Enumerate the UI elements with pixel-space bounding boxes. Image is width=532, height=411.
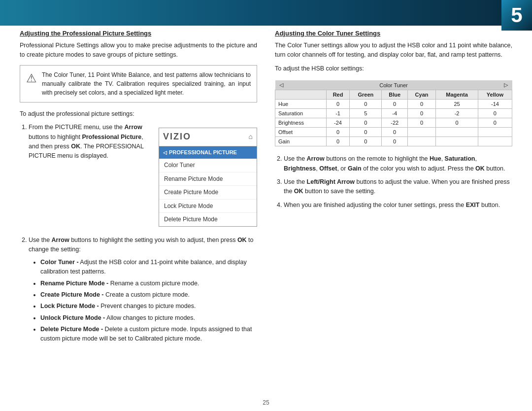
row1-yellow: 0 (478, 109, 512, 118)
table-row: Brightness -24 0 -22 0 0 0 (275, 118, 512, 128)
step1-bold1: Arrow (125, 124, 142, 131)
row1-blue: -4 (382, 109, 407, 118)
left-step-2: Use the Arrow buttons to highlight the s… (29, 236, 257, 344)
row3-red: 0 (326, 128, 350, 137)
row4-magenta (436, 137, 478, 146)
left-step-1: From the PICTURE menu, use the Arrow but… (29, 123, 257, 232)
row4-yellow (478, 137, 512, 146)
right-column: Adjusting the Color Tuner Settings The C… (275, 30, 512, 348)
row0-cyan: 0 (407, 100, 435, 109)
row2-red: -24 (326, 118, 350, 128)
rstep3-t1: Use the (284, 178, 307, 185)
step2-bold1: Arrow (52, 237, 69, 243)
right-heading: Adjusting the Color Tuner Settings (275, 30, 512, 37)
rstep3-t3: button to save the setting. (303, 188, 376, 195)
rstep2-t1: Use the (284, 155, 307, 162)
vizio-item-0: Color Tuner (159, 159, 257, 172)
rstep4-t2: button. (479, 202, 500, 208)
bullet-item-1: Rename Picture Mode - Rename a custom pi… (40, 279, 257, 288)
col-header-green: Green (350, 90, 382, 100)
rstep3-b1: Left/Right Arrow (307, 178, 355, 185)
table-header-row: Red Green Blue Cyan Magenta Yellow (275, 90, 512, 100)
row2-label: Brightness (275, 118, 327, 128)
col-header-label (275, 90, 327, 100)
rstep2-b7: OK (475, 165, 485, 172)
adjust-intro: To adjust the professional picture setti… (20, 109, 257, 119)
warning-icon: ⚠ (26, 71, 37, 97)
rstep3-b2: OK (294, 188, 303, 195)
row4-blue: 0 (382, 137, 407, 146)
warning-text: The Color Tuner, 11 Point White Balance,… (42, 70, 251, 97)
row1-red: -1 (326, 109, 350, 118)
bullet-item-4: Unlock Picture Mode - Allow changes to p… (40, 313, 257, 323)
vizio-arrow-left: ◁ (163, 149, 167, 157)
rstep2-t3: , (441, 155, 445, 162)
table-row: Gain 0 0 0 (275, 137, 512, 146)
bullet-list: Color Tuner - Adjust the HSB color and 1… (29, 258, 257, 344)
color-tuner-table: ◁ Color Tuner ▷ Red Green Blue Cyan (275, 80, 512, 146)
bullet-bold-1: Rename Picture Mode - (40, 280, 108, 287)
bullet-item-3: Lock Picture Mode - Prevent changes to p… (40, 302, 257, 311)
right-step-2: Use the Arrow buttons on the remote to h… (284, 154, 512, 173)
row2-magenta: 0 (436, 118, 478, 128)
row1-green: 5 (350, 109, 382, 118)
row1-cyan: 0 (407, 109, 435, 118)
right-intro: The Color Tuner settings allow you to ad… (275, 41, 512, 60)
row2-blue: -22 (382, 118, 407, 128)
left-steps-list: From the PICTURE menu, use the Arrow but… (20, 123, 257, 344)
row1-magenta: -2 (436, 109, 478, 118)
vizio-menu: VIZIO ⌂ ◁ PROFESSIONAL PICTURE Color Tun… (159, 128, 257, 227)
color-tuner-table-wrapper: ◁ Color Tuner ▷ Red Green Blue Cyan (275, 80, 512, 146)
table-row: Hue 0 0 0 0 25 -14 (275, 100, 512, 109)
vizio-item-3: Lock Picture Mode (159, 200, 257, 213)
row3-label: Offset (275, 128, 327, 137)
row4-cyan (407, 137, 435, 146)
row4-red: 0 (326, 137, 350, 146)
left-column: Adjusting the Professional Picture Setti… (20, 30, 257, 348)
nav-right-arrow: ▷ (504, 82, 508, 88)
bullet-text-2: Create a custom picture mode. (104, 291, 190, 298)
row0-green: 0 (350, 100, 382, 109)
row4-green: 0 (350, 137, 382, 146)
vizio-menu-title-row: ◁ PROFESSIONAL PICTURE (159, 146, 257, 159)
rstep2-b4: Brightness (284, 165, 316, 172)
rstep2-b1: Arrow (307, 155, 325, 162)
vizio-item-4: Delete Picture Mode (159, 213, 257, 226)
table-row: Offset 0 0 0 (275, 128, 512, 137)
col-header-red: Red (326, 90, 350, 100)
step1-text-mid: buttons to highlight (29, 134, 82, 140)
row0-label: Hue (275, 100, 327, 109)
table-body: Hue 0 0 0 0 25 -14 Saturation -1 5 (275, 100, 512, 146)
step1-text-before: From the PICTURE menu, use the (29, 124, 125, 131)
rstep4-b1: EXIT (466, 202, 480, 208)
row0-blue: 0 (382, 100, 407, 109)
step1-with-image: From the PICTURE menu, use the Arrow but… (29, 123, 257, 232)
col-header-cyan: Cyan (407, 90, 435, 100)
row3-cyan (407, 128, 435, 137)
bullet-bold-0: Color Tuner - (40, 259, 79, 266)
warning-box: ⚠ The Color Tuner, 11 Point White Balanc… (20, 65, 257, 103)
top-bar (0, 0, 532, 26)
row4-label: Gain (275, 137, 327, 146)
rstep2-t7: of the color you wish to adjust. Press t… (362, 165, 475, 172)
rstep2-b6: Gain (348, 165, 362, 172)
bullet-bold-2: Create Picture Mode - (40, 291, 104, 298)
row3-blue: 0 (382, 128, 407, 137)
col-header-magenta: Magenta (436, 90, 478, 100)
vizio-home-icon: ⌂ (249, 132, 253, 142)
step2-bold2: OK (237, 237, 247, 243)
rstep2-t2: buttons on the remote to highlight the (325, 155, 430, 162)
footer-page-number: 25 (263, 399, 269, 406)
page-footer: 25 (0, 399, 532, 406)
left-intro: Professional Picture Settings allow you … (20, 41, 257, 60)
rstep2-b3: Saturation (445, 155, 475, 162)
row0-magenta: 25 (436, 100, 478, 109)
table-row: Saturation -1 5 -4 0 -2 0 (275, 109, 512, 118)
page-number-badge: 5 (501, 0, 532, 31)
row2-yellow: 0 (478, 118, 512, 128)
main-content: Adjusting the Professional Picture Setti… (20, 30, 512, 391)
row3-yellow (478, 128, 512, 137)
row2-cyan: 0 (407, 118, 435, 128)
step1-bold3: OK (71, 143, 80, 150)
step1-text: From the PICTURE menu, use the Arrow but… (29, 123, 154, 232)
